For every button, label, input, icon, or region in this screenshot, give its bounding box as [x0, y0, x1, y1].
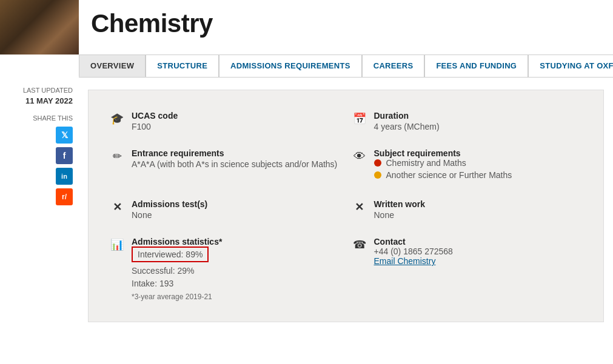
admissions-test-label: Admissions test(s) — [132, 199, 340, 209]
contact-phone: +44 (0) 1865 272568 — [374, 247, 583, 256]
entrance-value: A*A*A (with both A*s in science subjects… — [132, 159, 340, 169]
admissions-test-section: ✕ Admissions test(s) None — [104, 191, 346, 228]
contact-label: Contact — [374, 237, 583, 247]
nav-tabs: OVERVIEW STRUCTURE ADMISSIONS REQUIREMEN… — [79, 55, 613, 78]
social-icons: 𝕏 f in r/ — [6, 127, 73, 205]
admissions-stats-section: 📊 Admissions statistics* Interviewed: 89… — [104, 228, 346, 309]
admissions-stats-label: Admissions statistics* — [132, 237, 340, 247]
subject-req-item-2: Another science or Further Maths — [374, 170, 583, 180]
x-mark-icon-1: ✕ — [110, 200, 124, 214]
page-title: Chemistry — [91, 9, 601, 38]
phone-icon: ☎ — [352, 238, 367, 251]
written-work-label: Written work — [374, 199, 583, 209]
tab-careers[interactable]: CAREERS — [362, 55, 425, 77]
twitter-icon[interactable]: 𝕏 — [56, 127, 73, 144]
successful-value: Successful: 29% — [132, 265, 340, 277]
ucas-label: UCAS code — [132, 111, 340, 121]
entrance-label: Entrance requirements — [132, 148, 340, 158]
stats-footnote: *3-year average 2019-21 — [132, 293, 340, 301]
red-dot — [374, 159, 381, 167]
info-grid: 🎓 UCAS code F100 📅 Duration 4 years (MCh… — [104, 102, 588, 309]
x-mark-icon-2: ✕ — [352, 200, 367, 214]
content-area: 🎓 UCAS code F100 📅 Duration 4 years (MCh… — [79, 78, 613, 338]
tab-structure[interactable]: STRUCTURE — [146, 55, 219, 77]
tab-studying[interactable]: STUDYING AT OXFORD — [528, 55, 613, 77]
contact-section: ☎ Contact +44 (0) 1865 272568 Email Chem… — [346, 228, 589, 309]
reddit-icon[interactable]: r/ — [56, 188, 73, 205]
target-icon: 👁 — [352, 150, 367, 164]
subject-req-item-1: Chemistry and Maths — [374, 158, 583, 168]
last-updated-date: 11 MAY 2022 — [6, 96, 73, 105]
chart-icon: 📊 — [110, 238, 124, 251]
facebook-icon[interactable]: f — [56, 147, 73, 164]
duration-section: 📅 Duration 4 years (MChem) — [346, 102, 589, 140]
subject-req-text-2: Another science or Further Maths — [386, 170, 512, 180]
tab-fees[interactable]: FEES AND FUNDING — [424, 55, 528, 77]
share-label: SHARE THIS — [6, 114, 73, 122]
duration-label: Duration — [374, 111, 583, 121]
interviewed-box: Interviewed: 89% — [132, 247, 209, 262]
page-title-area: Chemistry — [79, 0, 613, 55]
sidebar: LAST UPDATED 11 MAY 2022 SHARE THIS 𝕏 f … — [0, 78, 79, 338]
entrance-section: ✏ Entrance requirements A*A*A (with both… — [104, 140, 346, 191]
orange-dot — [374, 171, 381, 179]
written-work-value: None — [374, 210, 583, 220]
duration-value: 4 years (MChem) — [374, 122, 583, 131]
subject-req-text-1: Chemistry and Maths — [386, 158, 466, 168]
tab-overview[interactable]: OVERVIEW — [79, 55, 146, 77]
linkedin-icon[interactable]: in — [56, 168, 73, 185]
interviewed-value: Interviewed: 89% — [138, 250, 203, 259]
email-chemistry-link[interactable]: Email Chemistry — [374, 256, 583, 266]
pencil-icon: ✏ — [110, 150, 124, 163]
ucas-value: F100 — [132, 122, 340, 131]
intake-value: Intake: 193 — [132, 277, 340, 290]
calendar-icon: 📅 — [352, 112, 367, 125]
mortarboard-icon: 🎓 — [110, 112, 124, 125]
logo — [0, 0, 79, 55]
admissions-test-value: None — [132, 210, 340, 220]
info-grid-container: 🎓 UCAS code F100 📅 Duration 4 years (MCh… — [88, 90, 604, 322]
tab-admissions[interactable]: ADMISSIONS REQUIREMENTS — [219, 55, 362, 77]
subject-req-section: 👁 Subject requirements Chemistry and Mat… — [346, 140, 589, 191]
subject-req-label: Subject requirements — [374, 148, 583, 158]
ucas-section: 🎓 UCAS code F100 — [104, 102, 346, 140]
last-updated-label: LAST UPDATED — [6, 87, 73, 94]
written-work-section: ✕ Written work None — [346, 191, 589, 228]
